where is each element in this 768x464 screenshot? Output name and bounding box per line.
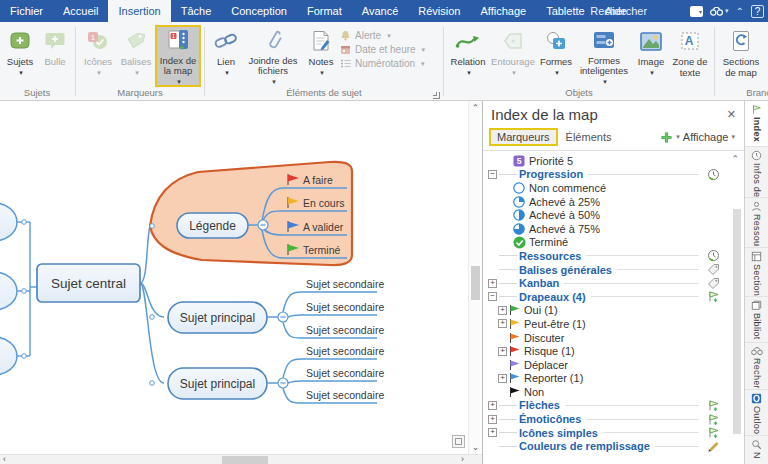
binoculars-icon[interactable] — [710, 6, 729, 16]
tree-category-couleurs[interactable]: Couleurs de remplissage — [483, 439, 744, 453]
balises-button[interactable]: Balises — [117, 25, 155, 87]
flag-marker-icon[interactable] — [706, 290, 720, 303]
bulle-button[interactable]: Bulle — [38, 25, 72, 87]
tree-category-emoticones[interactable]: Émoticônes — [483, 412, 744, 426]
panel-tab-elements[interactable]: Éléments — [558, 130, 620, 144]
tree-category-icones-simples[interactable]: Icônes simples — [483, 426, 744, 440]
index-map-button[interactable]: 1 Index de la map — [155, 25, 201, 87]
expand-box-icon[interactable] — [498, 374, 507, 383]
tree-category-progression[interactable]: Progression — [483, 168, 744, 182]
vertical-scroll-thumb[interactable] — [471, 266, 480, 300]
rollup-clock-icon[interactable] — [706, 168, 720, 181]
scroll-up-icon[interactable]: ⌃ — [469, 103, 482, 113]
sujets-button[interactable]: Sujets — [2, 25, 38, 87]
close-icon[interactable]: ✕ — [727, 108, 736, 121]
tree-item-50[interactable]: Achevé à 50% — [483, 208, 744, 222]
tab-avance[interactable]: Avancé — [352, 0, 409, 22]
joindre-fichiers-button[interactable]: Joindre des fichiers — [244, 25, 302, 87]
tree-category-ressources[interactable]: Ressources — [483, 249, 744, 263]
tree-item-25[interactable]: Achevé à 25% — [483, 195, 744, 209]
scroll-left-icon[interactable]: ‹ — [3, 455, 6, 464]
tree-item-deplacer[interactable]: Déplacer — [483, 358, 744, 372]
side-tab-sections[interactable]: Section — [745, 248, 768, 297]
expand-box-icon[interactable] — [498, 306, 507, 315]
sections-map-button[interactable]: Sections de map — [718, 25, 764, 87]
tree-category-fleches[interactable]: Flèches — [483, 399, 744, 413]
inserer-map-button[interactable]: Insérer une map — [764, 25, 768, 87]
side-tab-index[interactable]: Index — [745, 101, 768, 147]
relation-button[interactable]: Relation — [447, 25, 489, 87]
subtopic-label[interactable]: Sujet secondaire — [306, 278, 384, 290]
lien-button[interactable]: Lien — [208, 25, 244, 87]
dialog-launcher-icon[interactable] — [433, 92, 440, 99]
tree-category-drapeaux[interactable]: Drapeaux (4) — [483, 290, 744, 304]
search-label[interactable]: Rechercher — [590, 5, 647, 17]
notes-button[interactable]: Notes — [302, 25, 340, 87]
tab-insertion[interactable]: Insertion — [108, 0, 170, 22]
horizontal-scrollbar[interactable]: ‹ › — [0, 454, 482, 464]
quick-style-dropdown[interactable] — [690, 6, 703, 17]
side-tab-ressources[interactable]: Ressou — [745, 198, 768, 247]
numerotation-button[interactable]: Numérotation — [340, 58, 440, 69]
legend-collapse-button[interactable] — [258, 220, 268, 230]
tab-tablette[interactable]: Tablette — [536, 0, 595, 22]
topic1-collapse-button[interactable] — [278, 312, 288, 322]
collapse-ribbon-icon[interactable]: ⌃ — [736, 6, 744, 17]
tree-item-discuter[interactable]: Discuter — [483, 331, 744, 345]
zone-texte-button[interactable]: A Zone de texte — [669, 25, 711, 87]
tab-conception[interactable]: Conception — [221, 0, 297, 22]
tree-item-oui[interactable]: Oui (1) — [483, 304, 744, 318]
tree-item-peutetre[interactable]: Peut-être (1) — [483, 317, 744, 331]
tab-revision[interactable]: Révision — [408, 0, 470, 22]
expand-box-icon[interactable] — [498, 347, 507, 356]
subtopic-label[interactable]: Sujet secondaire — [306, 389, 384, 401]
date-heure-button[interactable]: Date et heure — [340, 44, 440, 55]
expand-box-icon[interactable] — [488, 279, 497, 288]
entourage-button[interactable]: Entourage — [489, 25, 537, 87]
formes-intelligentes-button[interactable]: Formes inteligentes — [575, 25, 633, 87]
add-marker-button[interactable] — [660, 131, 673, 144]
scroll-down-icon[interactable]: ⌄ — [469, 442, 482, 452]
formes-button[interactable]: Formes — [537, 25, 575, 87]
panel-scroll-thumb[interactable] — [733, 209, 741, 434]
subtopic-label[interactable]: Sujet secondaire — [306, 301, 384, 313]
horizontal-scroll-thumb[interactable] — [222, 456, 268, 464]
affichage-caret-icon[interactable]: ▾ — [731, 133, 735, 141]
subtopic-label[interactable]: Sujet secondaire — [306, 324, 384, 336]
rollup-clock-icon[interactable] — [706, 249, 720, 262]
subtopic-label[interactable]: Sujet secondaire — [306, 367, 384, 379]
side-tab-bibliotheque[interactable]: Bibliot — [745, 297, 768, 343]
affichage-dropdown[interactable]: Affichage — [683, 131, 729, 143]
tree-item-75[interactable]: Achevé à 75% — [483, 222, 744, 236]
add-marker-caret-icon[interactable]: ▾ — [676, 133, 680, 141]
tab-accueil[interactable]: Accueil — [53, 0, 108, 22]
expand-box-icon[interactable] — [498, 319, 507, 328]
tree-item-non[interactable]: Non — [483, 385, 744, 399]
side-tab-infos[interactable]: Infos de — [745, 147, 768, 198]
flag-marker-icon[interactable] — [706, 413, 720, 426]
tab-fichier[interactable]: Fichier — [0, 0, 53, 22]
fit-map-button[interactable] — [452, 435, 465, 448]
flag-marker-icon[interactable] — [706, 426, 720, 439]
tab-affichage[interactable]: Affichage — [470, 0, 536, 22]
tree-item-reporter[interactable]: Reporter (1) — [483, 372, 744, 386]
tree-item-non-commence[interactable]: Non commencé — [483, 181, 744, 195]
topic2-collapse-button[interactable] — [278, 378, 288, 388]
vertical-scrollbar[interactable]: ⌃ ⌄ — [468, 101, 482, 454]
tree-item-termine[interactable]: Terminé — [483, 236, 744, 250]
legend-item-label[interactable]: A valider — [303, 221, 344, 233]
expand-box-icon[interactable] — [488, 415, 497, 424]
legend-item-label[interactable]: En cours — [303, 197, 344, 209]
legend-item-label[interactable]: Terminé — [303, 244, 341, 256]
tree-item-priorite5[interactable]: 5 Priorité 5 — [483, 154, 744, 168]
collapse-box-icon[interactable] — [488, 292, 497, 301]
list-scroll-up-icon[interactable]: ⌃ — [731, 154, 739, 164]
side-tab-rechercher[interactable]: Recher — [745, 343, 768, 390]
pencil-icon[interactable] — [706, 440, 720, 453]
subtopic-label[interactable]: Sujet secondaire — [306, 345, 384, 357]
expand-box-icon[interactable] — [488, 428, 497, 437]
map-canvas[interactable]: Légende — [0, 101, 482, 464]
help-button[interactable]: ? — [751, 5, 764, 18]
scroll-right-icon[interactable]: › — [461, 455, 464, 464]
flag-marker-icon[interactable] — [706, 399, 720, 412]
